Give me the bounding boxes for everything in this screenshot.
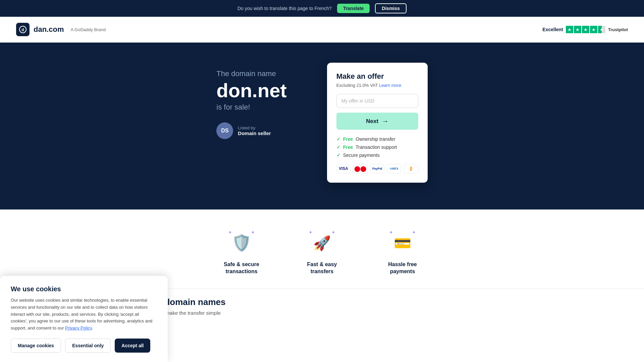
cookie-text-body: Our website uses cookies and similar tec… (11, 298, 152, 329)
payment-card-icon: 💳 (394, 235, 411, 251)
dismiss-button[interactable]: Dismiss (375, 3, 407, 13)
header: d dan.com A GoDaddy Brand Excellent ★ ★ … (0, 17, 644, 43)
sparkle-icon-tr2: ✦ (331, 230, 335, 235)
star-3: ★ (582, 26, 589, 33)
hero-domain: don.net (216, 81, 286, 100)
vat-text: Excluding 21.0% VAT (336, 83, 378, 88)
offer-features: ✓ Free Ownership transfer ✓ Free Transac… (336, 136, 418, 158)
star-5: ★ (598, 26, 605, 33)
feature-free-1: Free (343, 136, 353, 142)
trustpilot-rating: Excellent (542, 27, 563, 32)
hero-section: The domain name don.net is for sale! DS … (0, 43, 644, 209)
visa-icon: VISA (336, 164, 351, 173)
godaddy-brand: A GoDaddy Brand (70, 27, 106, 32)
mastercard-icon: ⬤⬤ (353, 164, 367, 173)
cookie-text: Our website uses cookies and similar tec… (11, 297, 157, 329)
feature-text-3: Secure payments (343, 153, 380, 158)
seller-listed: Listed by (238, 125, 271, 130)
feature-transaction: ✓ Free Transaction support (336, 144, 418, 150)
sparkle-icon-tr: ✦ (251, 230, 255, 235)
next-label: Next (366, 118, 378, 125)
offer-vat: Excluding 21.0% VAT Learn more (336, 83, 418, 88)
payment-icon-wrap: ✦ 💳 ✦ (389, 230, 416, 256)
hero-subtitle: The domain name (216, 69, 286, 78)
sparkle-icon-tl2: ✦ (309, 230, 313, 235)
seller-name: Domain seller (238, 130, 271, 136)
next-arrow-icon: → (382, 117, 388, 125)
sparkle-icon-tl3: ✦ (389, 230, 393, 235)
feature-free-2: Free (343, 144, 353, 150)
star-2: ★ (574, 26, 581, 33)
feature-card-security: ✦ 🛡️ ✦ Safe & securetransactions (215, 230, 268, 275)
bitcoin-icon: ₿ (404, 164, 418, 173)
security-icon-wrap: ✦ 🛡️ ✦ (228, 230, 255, 256)
cookie-title: We use cookies (11, 285, 157, 293)
sparkle-icon-tr3: ✦ (412, 230, 416, 235)
check-icon-2: ✓ (336, 144, 340, 150)
star-4: ★ (590, 26, 597, 33)
logo-icon: d (16, 23, 30, 36)
hero-left: The domain name don.net is for sale! DS … (216, 63, 286, 139)
amex-icon: AMEX (387, 164, 401, 173)
logo-text: dan.com (34, 25, 64, 34)
seller-avatar: DS (216, 122, 233, 139)
seller-details: Listed by Domain seller (238, 125, 271, 136)
seller-info: DS Listed by Domain seller (216, 122, 286, 139)
security-label: Safe & securetransactions (224, 261, 259, 275)
star-1: ★ (566, 26, 573, 33)
trustpilot-stars: ★ ★ ★ ★ ★ (566, 26, 605, 33)
check-icon-1: ✓ (336, 136, 340, 142)
transfer-label: Fast & easy transfers (295, 261, 349, 275)
privacy-link[interactable]: Privacy Policy (65, 325, 92, 329)
paypal-icon: PayPal (370, 164, 384, 173)
sparkle-icon-tl: ✦ (228, 230, 232, 235)
trustpilot-area: Excellent ★ ★ ★ ★ ★ Trustpilot (542, 26, 628, 33)
cookie-period: . (92, 325, 93, 329)
offer-input[interactable] (336, 94, 418, 108)
feature-card-payment: ✦ 💳 ✦ Hassle freepayments (376, 230, 429, 275)
svg-text:d: d (21, 27, 24, 32)
translate-bar-message: Do you wish to translate this page to Fr… (237, 6, 332, 11)
hero-forsale: is for sale! (216, 103, 286, 112)
feature-secure: ✓ Secure payments (336, 153, 418, 158)
trustpilot-logo: Trustpilot (608, 27, 628, 32)
feature-ownership: ✓ Free Ownership transfer (336, 136, 418, 142)
next-button[interactable]: Next → (336, 113, 418, 130)
payment-icons: VISA ⬤⬤ PayPal AMEX ₿ (336, 164, 418, 173)
translate-bar: Do you wish to translate this page to Fr… (0, 0, 644, 17)
transfer-icon-wrap: ✦ 🚀 ✦ (309, 230, 335, 256)
learn-more-link[interactable]: Learn more (379, 83, 401, 88)
shield-icon: 🛡️ (231, 234, 252, 252)
check-icon-3: ✓ (336, 153, 340, 158)
feature-card-transfer: ✦ 🚀 ✦ Fast & easy transfers (295, 230, 349, 275)
feature-text-2: Transaction support (356, 144, 397, 150)
plane-icon: 🚀 (313, 235, 331, 251)
offer-card: Make an offer Excluding 21.0% VAT Learn … (327, 63, 428, 183)
cookie-banner: We use cookies Our website uses cookies … (0, 276, 168, 329)
offer-title: Make an offer (336, 72, 418, 81)
translate-button[interactable]: Translate (337, 4, 370, 13)
logo-area: d dan.com A GoDaddy Brand (16, 23, 106, 36)
payment-label: Hassle freepayments (388, 261, 417, 275)
feature-text-1: Ownership transfer (356, 136, 395, 142)
